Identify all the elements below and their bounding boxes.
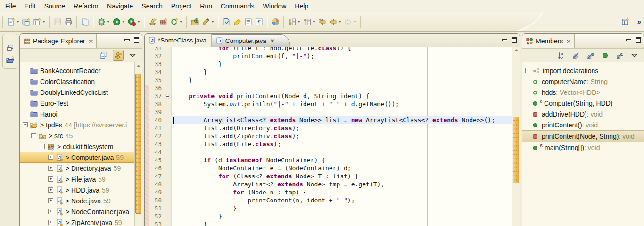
minimize-button[interactable]: [626, 39, 631, 41]
scrollbar-thumb[interactable]: [513, 117, 519, 183]
close-icon[interactable]: ×: [89, 38, 93, 45]
expand-toggle[interactable]: +: [48, 198, 53, 203]
maximize-button[interactable]: [512, 37, 517, 43]
expand-toggle[interactable]: +: [48, 176, 53, 182]
scroll-up-arrow[interactable]: [135, 62, 142, 69]
show-source-frame-button[interactable]: [243, 17, 253, 27]
dropdown-arrow-icon[interactable]: [313, 21, 315, 23]
code-text[interactable]: for (File f : hdd.get(File.class)) {: [171, 47, 512, 52]
fold-collapse-icon[interactable]: [165, 94, 170, 99]
highlighter-button[interactable]: [232, 17, 242, 27]
menu-window[interactable]: Window: [259, 1, 291, 11]
tree-item[interactable]: −J> IpdFs44 [https://svnserver.i: [20, 119, 142, 130]
members-sort-button[interactable]: az: [556, 50, 567, 61]
code-text[interactable]: for (Node n : tmp) {: [171, 188, 512, 196]
expand-toggle[interactable]: +: [48, 166, 53, 171]
tree-item[interactable]: −> edu.kit.filesystem: [20, 141, 142, 152]
tree-item[interactable]: +J> File.java59: [20, 174, 142, 184]
tree-item[interactable]: Euro-Test: [20, 98, 142, 109]
member-item[interactable]: +import declarations: [522, 65, 644, 76]
code-text[interactable]: list.add(ZipArchiv.class);: [171, 132, 512, 140]
dropdown-arrow-icon[interactable]: [17, 21, 19, 23]
package-explorer-tree[interactable]: BankAccountReaderColorClassificationDoub…: [20, 62, 142, 226]
scrollbar-thumb[interactable]: [135, 74, 141, 214]
code-text[interactable]: }: [171, 220, 512, 226]
minimize-button[interactable]: [502, 39, 507, 41]
member-item[interactable]: addDrive(HDD) : void: [522, 109, 644, 119]
package-explorer-scrollbar[interactable]: [134, 62, 142, 226]
new-view-wizard-button[interactable]: [32, 17, 46, 27]
menu-run[interactable]: Run: [196, 1, 216, 11]
members-list[interactable]: +import declarationscomputerName : Strin…: [522, 62, 644, 226]
previous-annotation-button[interactable]: [302, 17, 316, 27]
code-text[interactable]: }: [171, 76, 512, 84]
dropdown-arrow-icon[interactable]: [211, 21, 214, 23]
tree-item[interactable]: BankAccountReader: [20, 65, 142, 76]
member-item[interactable]: printContent(Node, String) : void: [522, 130, 644, 142]
code-text[interactable]: }: [171, 204, 512, 212]
toolbar-overflow-chevron[interactable]: »: [637, 17, 640, 25]
editor-tab-computer-java[interactable]: JComputer.java×: [212, 34, 291, 47]
members-view-tab[interactable]: Members ×: [522, 34, 575, 48]
expand-toggle[interactable]: +: [48, 209, 53, 214]
tree-item[interactable]: +J> ZipArchiv.java59: [20, 217, 142, 226]
code-text[interactable]: ArrayList<Class<? extends Node>> list = …: [171, 116, 512, 124]
dropdown-arrow-icon[interactable]: [180, 21, 182, 23]
editor-scrollbar[interactable]: [512, 47, 520, 226]
code-text[interactable]: [171, 148, 512, 156]
menu-file[interactable]: File: [1, 1, 20, 11]
open-resource-button[interactable]: [190, 17, 200, 27]
expand-toggle[interactable]: +: [48, 187, 53, 193]
print-button[interactable]: [64, 17, 74, 27]
tree-item[interactable]: DoublyLinkedCyclicList: [20, 87, 142, 98]
debug-button[interactable]: [97, 17, 111, 27]
dropdown-arrow-icon[interactable]: [42, 21, 45, 23]
collapse-toggle[interactable]: −: [31, 133, 36, 138]
fastbar-drag-handle[interactable]: [6, 37, 14, 39]
menu-commands[interactable]: Commands: [216, 1, 259, 11]
dropdown-arrow-icon[interactable]: [137, 21, 140, 23]
maximize-button[interactable]: [134, 37, 139, 43]
tree-item[interactable]: +J> HDD.java59: [20, 184, 142, 195]
new-wizard-button[interactable]: [6, 17, 20, 27]
code-text[interactable]: }: [171, 68, 512, 76]
expand-toggle[interactable]: +: [48, 155, 53, 160]
members-hide-fields-button[interactable]: [570, 50, 581, 61]
member-item[interactable]: Smain(String[]) : void: [522, 142, 644, 153]
member-item[interactable]: computerName : String: [522, 76, 644, 87]
member-item[interactable]: hdds : Vector<HDD>: [522, 87, 644, 98]
package-explorer-view-tab[interactable]: Package Explorer ×: [20, 34, 97, 48]
run-button[interactable]: [112, 17, 126, 27]
expand-toggle[interactable]: +: [48, 220, 53, 225]
menu-navigate[interactable]: Navigate: [103, 1, 137, 11]
profile-button[interactable]: [127, 17, 141, 27]
code-text-area[interactable]: 31 for (File f : hdd.get(File.class)) {3…: [145, 47, 512, 226]
open-fast-view-icon[interactable]: [6, 56, 14, 64]
ant-build-button[interactable]: [148, 17, 157, 27]
menu-source[interactable]: Source: [40, 1, 69, 11]
fold-margin[interactable]: [164, 92, 171, 100]
close-icon[interactable]: ×: [567, 38, 571, 45]
code-text[interactable]: NodeContainer e = (NodeContainer) d;: [171, 164, 512, 172]
search-brush-button[interactable]: [201, 17, 215, 27]
members-hide-local-button[interactable]: L: [614, 50, 625, 61]
menu-project[interactable]: Project: [167, 1, 196, 11]
open-perspective-button[interactable]: [620, 16, 630, 27]
show-whitespace-button[interactable]: ¶: [254, 17, 264, 27]
back-button[interactable]: [328, 17, 342, 27]
dropdown-arrow-icon[interactable]: [297, 21, 300, 23]
new-window-wizard-button[interactable]: [21, 17, 31, 27]
collapse-toggle[interactable]: −: [40, 144, 45, 149]
dropdown-arrow-icon[interactable]: [339, 21, 341, 23]
restore-views-icon[interactable]: [6, 44, 14, 52]
dropdown-arrow-icon[interactable]: [107, 21, 110, 23]
tree-item[interactable]: +J> NodeContainer.java: [20, 206, 142, 217]
editor-tab--someclass-java[interactable]: J*SomeClass.java: [145, 34, 212, 47]
tree-item[interactable]: −> src45: [20, 130, 142, 141]
code-text[interactable]: printContent(f, "|-");: [171, 52, 512, 60]
maximize-button[interactable]: [636, 37, 641, 43]
menu-help[interactable]: Help: [290, 1, 313, 11]
last-edit-location-button[interactable]: [317, 17, 327, 27]
scroll-up-arrow[interactable]: [512, 47, 520, 53]
toggle-mark-button[interactable]: [222, 17, 231, 27]
